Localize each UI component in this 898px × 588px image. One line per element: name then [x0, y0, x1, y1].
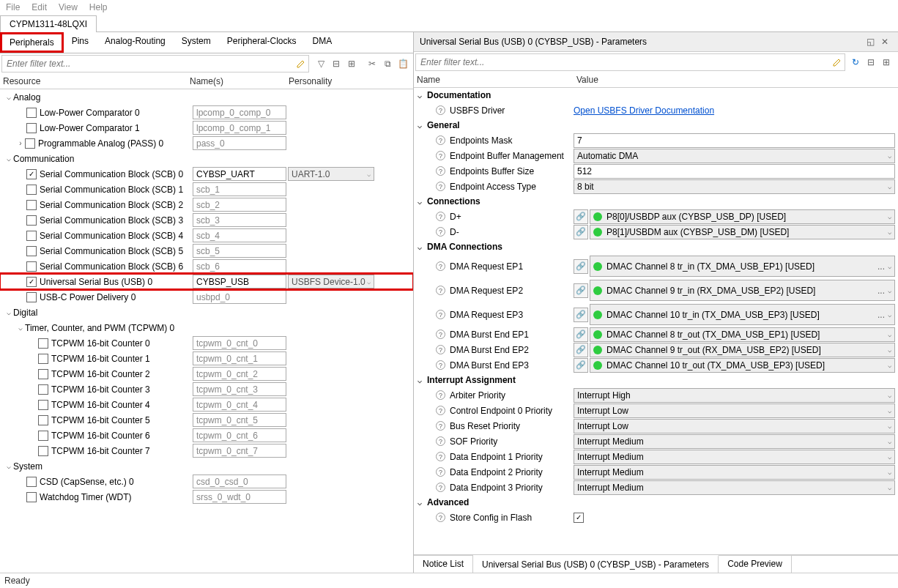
- link-icon[interactable]: 🔗: [574, 283, 588, 298]
- param-select[interactable]: Interrupt Low⌵: [574, 403, 895, 418]
- chevron-down-icon[interactable]: ⌵: [4, 308, 13, 316]
- connection-select[interactable]: DMAC Channel 8 tr_out (TX_DMA_USB_EP1) […: [590, 327, 895, 342]
- chevron-down-icon[interactable]: ⌵: [4, 462, 13, 470]
- reset-icon[interactable]: ↻: [849, 56, 862, 69]
- col-personality[interactable]: Personality: [289, 76, 410, 86]
- connection-select[interactable]: P8[0]/USBDP aux (CYBSP_USB_DP) [USED]⌵: [590, 209, 895, 224]
- resource-filter-input[interactable]: [2, 56, 294, 72]
- checkbox[interactable]: [26, 292, 37, 302]
- more-icon[interactable]: ...: [877, 286, 885, 296]
- bottom-tab[interactable]: Universal Serial Bus (USB) 0 (CYBSP_USB)…: [473, 555, 719, 573]
- resource-name-input[interactable]: [193, 259, 286, 273]
- checkbox[interactable]: [26, 231, 37, 241]
- tree-group[interactable]: ⌵ Communication: [0, 151, 413, 166]
- help-icon[interactable]: ?: [436, 330, 445, 339]
- pencil-icon[interactable]: [294, 57, 308, 70]
- checkbox[interactable]: [574, 513, 584, 523]
- help-icon[interactable]: ?: [436, 452, 445, 461]
- tree-item[interactable]: TCPWM 16-bit Counter 0: [0, 335, 413, 351]
- checkbox[interactable]: [26, 477, 37, 487]
- tab-analogrouting[interactable]: Analog-Routing: [97, 32, 174, 53]
- checkbox[interactable]: [26, 246, 37, 256]
- help-icon[interactable]: ?: [436, 105, 445, 115]
- checkbox[interactable]: [26, 185, 37, 195]
- checkbox[interactable]: [26, 108, 37, 118]
- checkbox[interactable]: [26, 277, 37, 287]
- resource-name-input[interactable]: [193, 475, 286, 488]
- tree-item[interactable]: Low-Power Comparator 0: [0, 105, 413, 120]
- chevron-down-icon[interactable]: ⌵: [4, 155, 13, 163]
- menu-view[interactable]: View: [59, 2, 78, 12]
- checkbox[interactable]: [38, 446, 48, 456]
- tree-item[interactable]: TCPWM 16-bit Counter 3: [0, 382, 413, 397]
- help-icon[interactable]: ?: [436, 261, 445, 271]
- resource-name-input[interactable]: [193, 382, 286, 396]
- more-icon[interactable]: ...: [877, 261, 885, 272]
- tree-item[interactable]: TCPWM 16-bit Counter 5: [0, 412, 413, 428]
- help-icon[interactable]: ?: [436, 513, 445, 522]
- expand-all-icon[interactable]: ⊞: [880, 56, 893, 69]
- tree-item[interactable]: Serial Communication Block (SCB) 3: [0, 212, 413, 228]
- popout-icon[interactable]: ◱: [864, 35, 877, 48]
- tree-item[interactable]: Serial Communication Block (SCB) 1: [0, 182, 413, 197]
- tree-group[interactable]: ⌵ Timer, Counter, and PWM (TCPWM) 0: [0, 320, 413, 335]
- personality-select[interactable]: USBFS Device-1.0⌵: [288, 275, 374, 289]
- collapse-all-icon[interactable]: ⊟: [864, 56, 877, 69]
- param-select[interactable]: Interrupt High⌵: [574, 388, 895, 403]
- resource-name-input[interactable]: [193, 398, 286, 412]
- param-filter-input[interactable]: [416, 54, 830, 70]
- help-icon[interactable]: ?: [436, 436, 445, 446]
- tree-group[interactable]: ⌵ Analog: [0, 89, 413, 105]
- tree-group[interactable]: ⌵ Digital: [0, 305, 413, 320]
- tree-item[interactable]: ›Programmable Analog (PASS) 0: [0, 135, 413, 151]
- help-icon[interactable]: ?: [436, 151, 445, 160]
- checkbox[interactable]: [26, 169, 37, 179]
- help-icon[interactable]: ?: [436, 467, 445, 477]
- link-icon[interactable]: 🔗: [574, 358, 588, 373]
- resource-name-input[interactable]: [193, 105, 286, 119]
- tree-item[interactable]: USB-C Power Delivery 0: [0, 289, 413, 305]
- menu-help[interactable]: Help: [89, 2, 108, 12]
- param-select[interactable]: Interrupt Medium⌵: [574, 480, 895, 495]
- resource-name-input[interactable]: [193, 428, 286, 442]
- resource-name-input[interactable]: [193, 336, 286, 350]
- chevron-down-icon[interactable]: ⌵: [16, 324, 25, 332]
- resource-name-input[interactable]: [193, 413, 286, 427]
- chevron-down-icon[interactable]: ⌵: [4, 93, 13, 101]
- collapse-all-icon[interactable]: ⊟: [330, 57, 343, 70]
- tree-item[interactable]: TCPWM 16-bit Counter 6: [0, 428, 413, 443]
- document-tab[interactable]: CYPM1311-48LQXI: [0, 15, 97, 32]
- param-group[interactable]: ⌵Documentation: [414, 88, 898, 103]
- param-select[interactable]: Interrupt Medium⌵: [574, 434, 895, 449]
- help-icon[interactable]: ?: [436, 286, 445, 295]
- expand-all-icon[interactable]: ⊞: [345, 57, 358, 70]
- tab-dma[interactable]: DMA: [305, 32, 341, 53]
- help-icon[interactable]: ?: [436, 483, 445, 492]
- connection-select[interactable]: P8[1]/USBDM aux (CYBSP_USB_DM) [USED]⌵: [590, 225, 895, 239]
- col-param-value[interactable]: Value: [576, 75, 895, 85]
- param-input[interactable]: [574, 164, 895, 179]
- tree-item[interactable]: TCPWM 16-bit Counter 7: [0, 443, 413, 458]
- tab-system[interactable]: System: [174, 32, 219, 53]
- tab-peripherals[interactable]: Peripherals: [0, 32, 64, 53]
- resource-name-input[interactable]: [193, 490, 286, 504]
- checkbox[interactable]: [26, 215, 37, 226]
- param-select[interactable]: Interrupt Medium⌵: [574, 450, 895, 464]
- help-icon[interactable]: ?: [436, 227, 445, 237]
- resource-name-input[interactable]: [193, 275, 286, 289]
- copy-icon[interactable]: ⧉: [381, 57, 394, 70]
- resource-name-input[interactable]: [193, 167, 286, 181]
- checkbox[interactable]: [38, 369, 48, 379]
- help-icon[interactable]: ?: [436, 421, 445, 431]
- param-select[interactable]: Automatic DMA⌵: [574, 149, 895, 163]
- checkbox[interactable]: [26, 492, 37, 502]
- bottom-tab[interactable]: Notice List: [414, 556, 473, 573]
- link-icon[interactable]: 🔗: [574, 327, 588, 342]
- resource-name-input[interactable]: [193, 136, 286, 150]
- checkbox[interactable]: [38, 400, 48, 410]
- param-group[interactable]: ⌵Interrupt Assignment: [414, 373, 898, 387]
- tree-item[interactable]: Universal Serial Bus (USB) 0USBFS Device…: [0, 274, 413, 289]
- tree-item[interactable]: CSD (CapSense, etc.) 0: [0, 474, 413, 489]
- link-icon[interactable]: 🔗: [574, 343, 588, 357]
- param-input[interactable]: [574, 133, 895, 148]
